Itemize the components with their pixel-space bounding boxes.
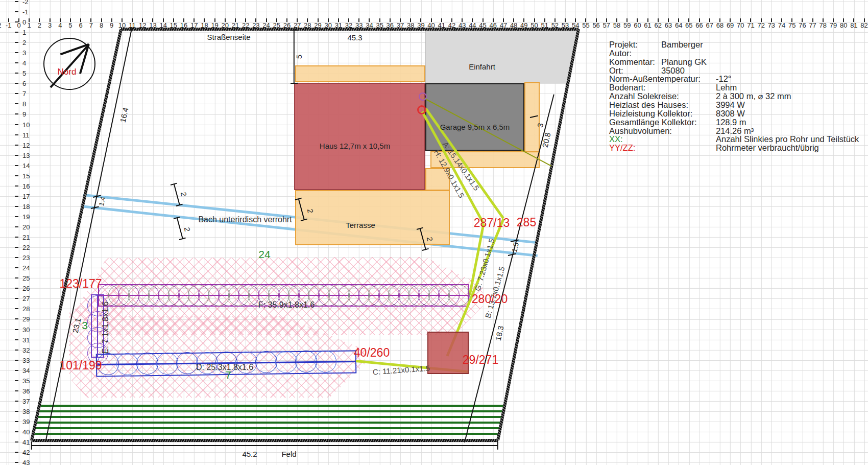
ruler-number-top: 58 [613, 21, 620, 29]
ruler-number-top: 9 [110, 21, 113, 29]
ruler-tick-left [15, 308, 18, 309]
ruler-tick-left [15, 1, 18, 2]
ruler-tick-left [15, 206, 18, 207]
ruler-tick-left [15, 124, 18, 125]
ruler-number-top: 64 [675, 21, 682, 29]
ruler-tick-left [15, 401, 18, 402]
ruler-number-left: 28 [22, 305, 30, 313]
ruler-number-left: 22 [22, 244, 30, 251]
ruler-number-top: 75 [788, 21, 795, 29]
ruler-tick-left [15, 134, 18, 135]
slinky-d-coil [176, 352, 198, 374]
dim-top-width: 45.3 [347, 33, 362, 42]
connection-point-purple [419, 92, 427, 101]
ruler-number-left: 31 [22, 336, 30, 343]
ruler-tick-left [15, 329, 18, 330]
terrace-label: Terrasse [346, 221, 375, 229]
ruler-number-left: 41 [22, 438, 30, 446]
slinky-f-coil [448, 285, 470, 306]
ruler-number-left: 8 [22, 100, 26, 108]
ruler-tick-left [15, 360, 18, 361]
ruler-number-left: 35 [22, 377, 30, 384]
ruler-number-left: 21 [22, 234, 30, 241]
pipe-meters-f-start: 123/177 [59, 277, 102, 291]
ruler-number-left: 39 [22, 417, 30, 425]
dim-stream-width: 2 [179, 191, 188, 197]
ruler-tick-left [15, 257, 18, 258]
ruler-number-left: 38 [22, 407, 30, 415]
dim-stream-width: 2 [183, 226, 192, 232]
ruler-number-top: 77 [809, 21, 816, 29]
dim-line-bottom-tick [31, 441, 32, 450]
section-d-label: D: 25.3x1.8x1.6 [196, 363, 253, 372]
ruler-number-top: 81 [850, 21, 857, 29]
ruler-number-top: 70 [737, 21, 744, 29]
ruler-number-top: 65 [685, 21, 692, 29]
ruler-number-left: 20 [22, 223, 30, 231]
pipe-meters-junction: 285 [517, 216, 536, 229]
ruler-number-left: 6 [22, 80, 26, 87]
field-line [37, 416, 501, 418]
field-label: Feld [281, 450, 296, 458]
ruler-tick-left [15, 32, 18, 33]
ruler-tick-left [15, 62, 18, 63]
ruler-tick-left [15, 185, 18, 187]
ruler-number-left: 4 [22, 59, 26, 67]
ruler-number-left: 26 [22, 285, 30, 292]
ruler-number-left: 7 [22, 90, 26, 98]
garage-rect [425, 83, 524, 151]
ruler-number-top: 67 [706, 21, 713, 29]
pipe-meters-d-end: 40/260 [354, 346, 390, 360]
ruler-tick-left [15, 298, 18, 299]
ruler-tick-left [15, 93, 18, 94]
dim-setback: 5 [295, 55, 303, 59]
ruler-tick-left [15, 247, 18, 248]
dim-line-setback-tick [291, 83, 298, 84]
field-line [34, 427, 499, 430]
ruler-tick-left [15, 145, 18, 146]
ruler-number-left: 29 [22, 315, 30, 323]
ruler-number-top: 4 [58, 21, 62, 29]
stream-width-tick [177, 218, 183, 239]
ruler-number-left: 11 [22, 131, 30, 138]
ruler-tick-left [15, 288, 18, 289]
ruler-number-left: 34 [22, 366, 30, 374]
ruler-number-left: 43 [22, 459, 30, 465]
ruler-tick-left [15, 431, 18, 432]
ruler-number-top: 2 [38, 21, 41, 29]
field-line [39, 405, 503, 407]
ruler-number-left: 40 [22, 428, 30, 436]
ruler-number-left: 33 [22, 356, 30, 364]
slinky-count-e: 3 [82, 319, 88, 332]
ruler-tick-left [15, 237, 18, 238]
ruler-tick-left [15, 165, 18, 166]
ruler-tick-left [15, 370, 18, 371]
ruler-tick-left [15, 462, 18, 463]
slinky-d-coil [116, 353, 138, 375]
ruler-number-left: 10 [22, 121, 30, 128]
ruler-number-top: 80 [840, 21, 847, 29]
ruler-number-left: 1 [22, 29, 26, 36]
ruler-tick-left [15, 380, 18, 381]
ruler-number-top: 68 [716, 21, 724, 29]
orange-band-top [295, 65, 425, 82]
ruler-tick-left [15, 318, 18, 319]
boundary-top [121, 28, 578, 31]
plan-canvas: Projekt:BambergerAutor:Kommentar:Planung… [0, 0, 868, 465]
ruler-number-left: 13 [22, 151, 30, 159]
pipe-meters-junction: 287/13 [474, 216, 510, 230]
ruler-number-top: 71 [747, 21, 754, 29]
ruler-tick-left [15, 196, 18, 197]
ruler-number-left: 25 [22, 274, 30, 282]
ruler-number-left: -1 [22, 8, 29, 15]
ruler-number-top: 72 [757, 21, 764, 29]
dim-right-lower: 18.3 [494, 325, 505, 341]
driveway-label: Einfahrt [469, 62, 495, 71]
ruler-number-top: 82 [860, 21, 867, 29]
slinky-d-coil [275, 351, 297, 373]
ruler-number-left: 24 [22, 264, 30, 272]
ruler-number-top: 7 [89, 21, 93, 29]
ruler-tick-left [15, 216, 18, 217]
field-line [35, 422, 500, 424]
section-e-label: E: 7.1x1.8x1.6 [101, 301, 110, 354]
